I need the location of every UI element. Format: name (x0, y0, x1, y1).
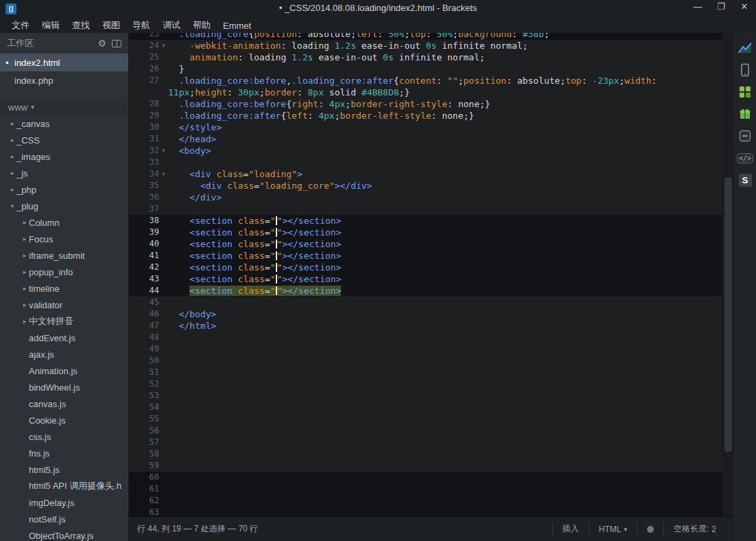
folder-disclosure-icon[interactable]: ▸ (21, 219, 29, 226)
code-line-42[interactable]: 42 <section class=""></section> (129, 262, 722, 273)
tree-folder-2[interactable]: ▸_images (0, 148, 128, 165)
code-line-57[interactable]: 57 (129, 437, 722, 448)
code-line-44[interactable]: 44 <section class=""></section> (129, 285, 722, 297)
code-line-63[interactable]: 63 (129, 507, 722, 516)
code-line-54[interactable]: 54 (129, 402, 722, 413)
folder-disclosure-icon[interactable]: ▸ (8, 170, 16, 176)
minimize-button[interactable]: — (692, 1, 704, 12)
code-line-49[interactable]: 49 (129, 343, 722, 355)
code-line-27[interactable]: 27 .loading_core:before,.loading_core:af… (129, 75, 722, 87)
fold-arrow-icon[interactable]: ▼ (159, 168, 168, 180)
folder-disclosure-icon[interactable]: ▸ (21, 285, 29, 292)
code-line-48[interactable]: 48 (129, 332, 722, 343)
tree-folder-5[interactable]: ▾_plug (0, 198, 128, 214)
tree-folder-3[interactable]: ▸_js (0, 165, 128, 181)
code-line-46[interactable]: 46 </body> (129, 308, 722, 320)
tree-folder-11[interactable]: ▸validator (0, 297, 128, 313)
code-line-32[interactable]: 32▼ <body> (129, 145, 722, 157)
code-line-28[interactable]: 28 .loading_core:before{right: 4px;borde… (129, 98, 722, 110)
code-line-62[interactable]: 62 (129, 495, 722, 507)
folder-disclosure-icon[interactable]: ▸ (8, 153, 16, 160)
code-line-51[interactable]: 51 (129, 367, 722, 378)
tree-file-20[interactable]: fns.js (0, 445, 128, 461)
code-line-45[interactable]: 45 (129, 297, 722, 308)
code-line-60[interactable]: 60 (129, 472, 722, 483)
live-preview-chart-icon[interactable] (738, 41, 752, 55)
code-line-53[interactable]: 53 (129, 390, 722, 402)
menu-item-6[interactable]: 帮助 (187, 19, 217, 32)
tree-folder-9[interactable]: ▸popup_info (0, 264, 128, 280)
code-line-47[interactable]: 47 </html> (129, 320, 722, 332)
vertical-scrollbar[interactable] (722, 33, 734, 516)
language-mode-dropdown[interactable]: HTML ▾ (589, 522, 637, 536)
folder-disclosure-icon[interactable]: ▸ (8, 120, 16, 127)
code-line-40[interactable]: 40 <section class=""></section> (129, 238, 722, 250)
code-line-55[interactable]: 55 (129, 413, 722, 425)
extension-gift-icon[interactable] (738, 107, 752, 121)
maximize-button[interactable]: ❐ (715, 1, 727, 12)
menu-item-5[interactable]: 调试 (156, 19, 187, 32)
code-line-52[interactable]: 52 (129, 378, 722, 390)
folder-disclosure-icon[interactable]: ▸ (21, 268, 29, 275)
sass-extension-icon[interactable]: S (738, 173, 752, 187)
tree-folder-7[interactable]: ▸Focus (0, 231, 128, 247)
tree-file-21[interactable]: html5.js (0, 461, 128, 478)
tree-file-23[interactable]: imgDelay.js (0, 494, 128, 511)
tree-file-19[interactable]: css.js (0, 428, 128, 445)
code-line-38[interactable]: 38 <section class=""></section> (129, 215, 722, 227)
code-line-35[interactable]: 35 <div class="loading_core"></div> (129, 180, 722, 192)
code-line-wrap[interactable]: 11px;height: 30px;border: 8px solid #4BB… (129, 87, 722, 98)
folder-disclosure-icon[interactable]: ▸ (8, 186, 16, 193)
tree-folder-6[interactable]: ▸Column (0, 214, 128, 231)
menu-item-0[interactable]: 文件 (5, 19, 36, 32)
code-beautify-icon[interactable]: </> (738, 151, 752, 165)
tree-file-17[interactable]: canvas.js (0, 395, 128, 412)
menu-item-4[interactable]: 导航 (126, 19, 156, 32)
scrollbar-thumb[interactable] (724, 177, 732, 452)
code-editor[interactable]: 23 .loading_core{position: absolute;left… (129, 33, 722, 516)
tree-file-18[interactable]: Cookie.js (0, 412, 128, 428)
linter-status-indicator[interactable] (637, 522, 663, 536)
tree-file-15[interactable]: Animation.js (0, 362, 128, 379)
tree-folder-8[interactable]: ▸iframe_submit (0, 247, 128, 264)
working-file-item-1[interactable]: index.php (0, 71, 128, 89)
tree-folder-0[interactable]: ▸_canvas (0, 115, 128, 132)
menu-item-7[interactable]: Emmet (217, 21, 257, 31)
device-preview-icon[interactable] (738, 63, 752, 77)
folder-disclosure-icon[interactable]: ▸ (21, 252, 29, 259)
code-line-59[interactable]: 59 (129, 460, 722, 472)
code-line-36[interactable]: 36 </div> (129, 192, 722, 203)
close-button[interactable]: ✕ (738, 1, 751, 12)
code-line-41[interactable]: 41 <section class=""></section> (129, 250, 722, 262)
tree-folder-1[interactable]: ▸_CSS (0, 132, 128, 148)
fold-arrow-icon[interactable]: ▼ (159, 40, 168, 51)
tree-folder-12[interactable]: ▸中文转拼音 (0, 313, 128, 330)
code-line-39[interactable]: 39 <section class=""></section> (129, 227, 722, 238)
code-line-61[interactable]: 61 (129, 483, 722, 495)
code-line-50[interactable]: 50 (129, 355, 722, 367)
code-line-24[interactable]: 24▼ -webkit-animation: loading 1.2s ease… (129, 40, 722, 51)
code-line-56[interactable]: 56 (129, 425, 722, 437)
extension-box-icon[interactable] (738, 129, 752, 143)
project-root-dropdown[interactable]: www ▾ (0, 99, 128, 115)
folder-disclosure-icon[interactable]: ▸ (21, 318, 29, 325)
working-file-item-0[interactable]: •index2.html (0, 54, 128, 71)
tree-folder-10[interactable]: ▸timeline (0, 280, 128, 297)
folder-disclosure-icon[interactable]: ▸ (21, 301, 29, 308)
code-line-30[interactable]: 30 </style> (129, 122, 722, 133)
code-line-29[interactable]: 29 .loading_core:after{left: 4px;border-… (129, 110, 722, 122)
code-line-34[interactable]: 34▼ <div class="loading"> (129, 168, 722, 180)
menu-item-2[interactable]: 查找 (66, 19, 96, 32)
tree-file-16[interactable]: bindWheel.js (0, 379, 128, 395)
tree-file-13[interactable]: addEvent.js (0, 330, 128, 346)
gear-icon[interactable]: ⚙ (97, 38, 106, 49)
tree-file-22[interactable]: html5 API 调用摄像头.h (0, 478, 128, 494)
fold-arrow-icon[interactable]: ▼ (159, 145, 168, 157)
code-line-31[interactable]: 31 </head> (129, 133, 722, 145)
code-line-37[interactable]: 37 (129, 203, 722, 215)
code-line-33[interactable]: 33 (129, 157, 722, 168)
indent-size-setting[interactable]: 空格长度: 2 (663, 522, 726, 536)
folder-disclosure-icon[interactable]: ▾ (8, 203, 16, 209)
split-view-icon[interactable] (112, 40, 121, 47)
code-line-25[interactable]: 25 animation: loading 1.2s ease-in-out 0… (129, 51, 722, 63)
